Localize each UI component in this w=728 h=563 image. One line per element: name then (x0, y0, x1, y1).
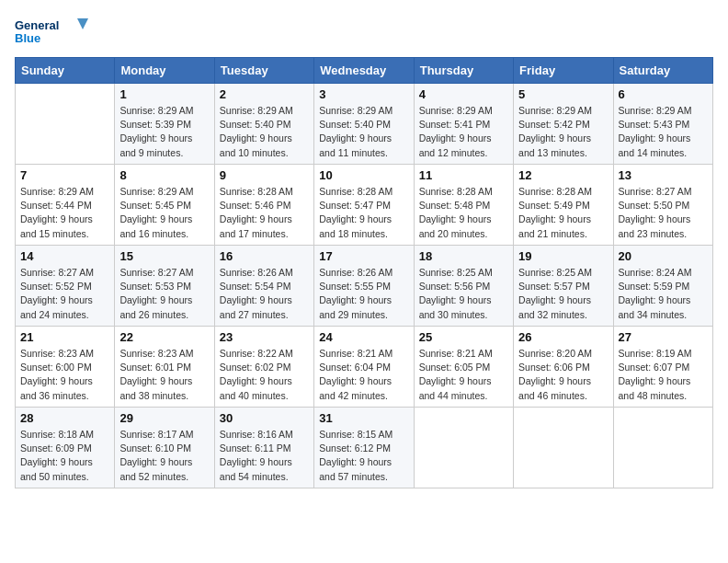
col-header-sunday: Sunday (16, 58, 115, 84)
day-info: Sunrise: 8:28 AMSunset: 5:48 PMDaylight:… (419, 185, 508, 241)
calendar-cell: 23Sunrise: 8:22 AMSunset: 6:02 PMDayligh… (214, 327, 313, 408)
day-number: 5 (518, 87, 608, 101)
calendar-cell: 22Sunrise: 8:23 AMSunset: 6:01 PMDayligh… (115, 327, 214, 408)
day-info: Sunrise: 8:29 AMSunset: 5:44 PMDaylight:… (20, 185, 109, 241)
calendar-week-row: 7Sunrise: 8:29 AMSunset: 5:44 PMDaylight… (16, 165, 713, 246)
day-info: Sunrise: 8:23 AMSunset: 6:00 PMDaylight:… (20, 347, 109, 403)
calendar-cell: 24Sunrise: 8:21 AMSunset: 6:04 PMDayligh… (314, 327, 414, 408)
day-info: Sunrise: 8:29 AMSunset: 5:41 PMDaylight:… (419, 104, 508, 160)
day-info: Sunrise: 8:15 AMSunset: 6:12 PMDaylight:… (319, 428, 408, 484)
day-info: Sunrise: 8:29 AMSunset: 5:40 PMDaylight:… (220, 104, 309, 160)
calendar-cell: 4Sunrise: 8:29 AMSunset: 5:41 PMDaylight… (414, 84, 513, 165)
day-info: Sunrise: 8:25 AMSunset: 5:56 PMDaylight:… (419, 266, 508, 322)
calendar-cell (514, 408, 613, 488)
calendar-cell: 3Sunrise: 8:29 AMSunset: 5:40 PMDaylight… (314, 84, 414, 165)
calendar-cell: 14Sunrise: 8:27 AMSunset: 5:52 PMDayligh… (16, 246, 115, 327)
calendar-cell: 26Sunrise: 8:20 AMSunset: 6:06 PMDayligh… (514, 327, 613, 408)
calendar-cell: 18Sunrise: 8:25 AMSunset: 5:56 PMDayligh… (414, 246, 513, 327)
day-number: 8 (119, 168, 209, 182)
calendar-week-row: 21Sunrise: 8:23 AMSunset: 6:00 PMDayligh… (16, 327, 713, 408)
day-info: Sunrise: 8:23 AMSunset: 6:01 PMDaylight:… (119, 347, 209, 403)
day-number: 26 (518, 330, 608, 344)
calendar-cell: 7Sunrise: 8:29 AMSunset: 5:44 PMDaylight… (16, 165, 115, 246)
svg-text:Blue: Blue (15, 31, 40, 45)
day-info: Sunrise: 8:22 AMSunset: 6:02 PMDaylight:… (220, 347, 309, 403)
day-info: Sunrise: 8:29 AMSunset: 5:40 PMDaylight:… (319, 104, 408, 160)
calendar-cell: 20Sunrise: 8:24 AMSunset: 5:59 PMDayligh… (613, 246, 712, 327)
calendar-week-row: 28Sunrise: 8:18 AMSunset: 6:09 PMDayligh… (16, 408, 713, 488)
day-number: 11 (419, 168, 508, 182)
day-number: 4 (419, 87, 508, 101)
calendar-cell: 28Sunrise: 8:18 AMSunset: 6:09 PMDayligh… (16, 408, 115, 488)
day-number: 29 (119, 411, 209, 425)
day-number: 22 (119, 330, 209, 344)
day-info: Sunrise: 8:29 AMSunset: 5:45 PMDaylight:… (119, 185, 209, 241)
calendar-cell: 13Sunrise: 8:27 AMSunset: 5:50 PMDayligh… (613, 165, 712, 246)
calendar-cell: 12Sunrise: 8:28 AMSunset: 5:49 PMDayligh… (514, 165, 613, 246)
calendar-cell: 6Sunrise: 8:29 AMSunset: 5:43 PMDaylight… (613, 84, 712, 165)
day-number: 24 (319, 330, 408, 344)
calendar-week-row: 14Sunrise: 8:27 AMSunset: 5:52 PMDayligh… (16, 246, 713, 327)
day-number: 28 (20, 411, 109, 425)
day-number: 31 (319, 411, 408, 425)
calendar-cell (16, 84, 115, 165)
col-header-tuesday: Tuesday (214, 58, 313, 84)
day-info: Sunrise: 8:21 AMSunset: 6:05 PMDaylight:… (419, 347, 508, 403)
col-header-monday: Monday (115, 58, 214, 84)
day-number: 18 (419, 249, 508, 263)
col-header-saturday: Saturday (613, 58, 712, 84)
calendar-week-row: 1Sunrise: 8:29 AMSunset: 5:39 PMDaylight… (16, 84, 713, 165)
day-info: Sunrise: 8:28 AMSunset: 5:49 PMDaylight:… (518, 185, 608, 241)
calendar-cell: 16Sunrise: 8:26 AMSunset: 5:54 PMDayligh… (214, 246, 313, 327)
day-info: Sunrise: 8:27 AMSunset: 5:50 PMDaylight:… (619, 185, 708, 241)
calendar-cell: 5Sunrise: 8:29 AMSunset: 5:42 PMDaylight… (514, 84, 613, 165)
day-number: 12 (518, 168, 608, 182)
calendar-cell: 31Sunrise: 8:15 AMSunset: 6:12 PMDayligh… (314, 408, 414, 488)
calendar-table: SundayMondayTuesdayWednesdayThursdayFrid… (15, 57, 713, 488)
calendar-cell: 11Sunrise: 8:28 AMSunset: 5:48 PMDayligh… (414, 165, 513, 246)
day-number: 20 (619, 249, 708, 263)
svg-text:General: General (15, 18, 59, 32)
day-info: Sunrise: 8:26 AMSunset: 5:54 PMDaylight:… (220, 266, 309, 322)
col-header-wednesday: Wednesday (314, 58, 414, 84)
calendar-cell (613, 408, 712, 488)
calendar-cell: 15Sunrise: 8:27 AMSunset: 5:53 PMDayligh… (115, 246, 214, 327)
day-info: Sunrise: 8:29 AMSunset: 5:43 PMDaylight:… (619, 104, 708, 160)
day-info: Sunrise: 8:29 AMSunset: 5:39 PMDaylight:… (119, 104, 209, 160)
col-header-friday: Friday (514, 58, 613, 84)
day-info: Sunrise: 8:20 AMSunset: 6:06 PMDaylight:… (518, 347, 608, 403)
day-info: Sunrise: 8:26 AMSunset: 5:55 PMDaylight:… (319, 266, 408, 322)
day-number: 21 (20, 330, 109, 344)
day-info: Sunrise: 8:28 AMSunset: 5:46 PMDaylight:… (220, 185, 309, 241)
day-info: Sunrise: 8:17 AMSunset: 6:10 PMDaylight:… (119, 428, 209, 484)
calendar-cell (414, 408, 513, 488)
day-number: 2 (220, 87, 309, 101)
day-number: 14 (20, 249, 109, 263)
day-info: Sunrise: 8:18 AMSunset: 6:09 PMDaylight:… (20, 428, 109, 484)
calendar-cell: 27Sunrise: 8:19 AMSunset: 6:07 PMDayligh… (613, 327, 712, 408)
day-number: 16 (220, 249, 309, 263)
day-info: Sunrise: 8:28 AMSunset: 5:47 PMDaylight:… (319, 185, 408, 241)
day-number: 27 (619, 330, 708, 344)
svg-marker-2 (77, 18, 88, 29)
col-header-thursday: Thursday (414, 58, 513, 84)
calendar-cell: 30Sunrise: 8:16 AMSunset: 6:11 PMDayligh… (214, 408, 313, 488)
calendar-header-row: SundayMondayTuesdayWednesdayThursdayFrid… (16, 58, 713, 84)
day-number: 6 (619, 87, 708, 101)
day-number: 17 (319, 249, 408, 263)
day-info: Sunrise: 8:29 AMSunset: 5:42 PMDaylight:… (518, 104, 608, 160)
day-number: 9 (220, 168, 309, 182)
calendar-cell: 8Sunrise: 8:29 AMSunset: 5:45 PMDaylight… (115, 165, 214, 246)
calendar-cell: 19Sunrise: 8:25 AMSunset: 5:57 PMDayligh… (514, 246, 613, 327)
calendar-cell: 21Sunrise: 8:23 AMSunset: 6:00 PMDayligh… (16, 327, 115, 408)
day-number: 7 (20, 168, 109, 182)
day-number: 30 (220, 411, 309, 425)
day-number: 15 (119, 249, 209, 263)
day-info: Sunrise: 8:21 AMSunset: 6:04 PMDaylight:… (319, 347, 408, 403)
calendar-cell: 1Sunrise: 8:29 AMSunset: 5:39 PMDaylight… (115, 84, 214, 165)
day-number: 3 (319, 87, 408, 101)
day-number: 25 (419, 330, 508, 344)
day-info: Sunrise: 8:25 AMSunset: 5:57 PMDaylight:… (518, 266, 608, 322)
calendar-cell: 17Sunrise: 8:26 AMSunset: 5:55 PMDayligh… (314, 246, 414, 327)
day-info: Sunrise: 8:24 AMSunset: 5:59 PMDaylight:… (619, 266, 708, 322)
